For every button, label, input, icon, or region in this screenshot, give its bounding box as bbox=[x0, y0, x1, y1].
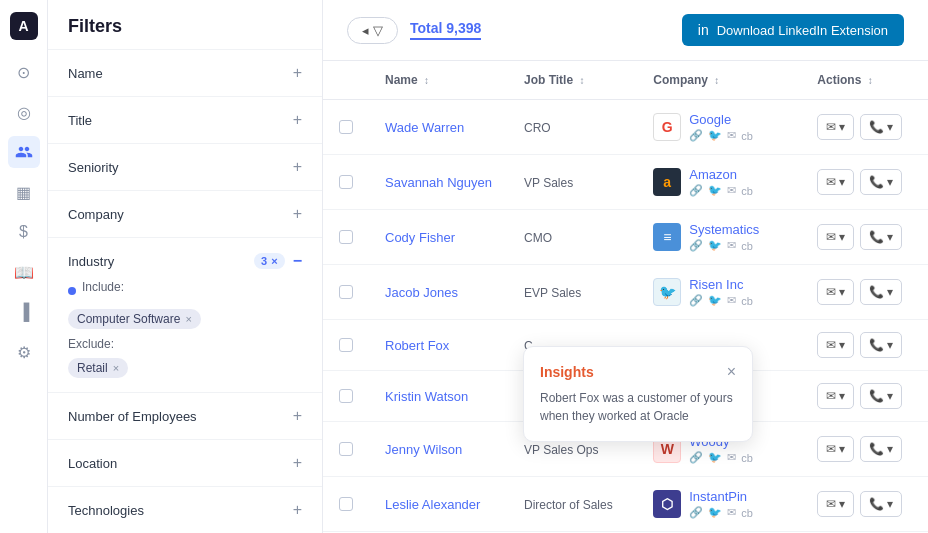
email-action-btn[interactable]: ✉ ▾ bbox=[817, 491, 854, 517]
filter-employees[interactable]: Number of Employees + bbox=[48, 393, 322, 440]
phone-action-btn[interactable]: 📞 ▾ bbox=[860, 383, 902, 409]
cb-icon[interactable]: cb bbox=[741, 295, 753, 307]
company-name[interactable]: Risen Inc bbox=[689, 277, 753, 292]
company-name[interactable]: Amazon bbox=[689, 167, 753, 182]
person-name[interactable]: Savannah Nguyen bbox=[385, 175, 492, 190]
person-name[interactable]: Leslie Alexander bbox=[385, 497, 480, 512]
person-name[interactable]: Jacob Jones bbox=[385, 285, 458, 300]
mail-icon[interactable]: ✉ bbox=[727, 239, 736, 252]
row-checkbox[interactable] bbox=[339, 120, 353, 134]
col-header-title[interactable]: Job Title ↕ bbox=[508, 61, 637, 100]
person-name[interactable]: Jenny Wilson bbox=[385, 442, 462, 457]
filter-seniority-plus[interactable]: + bbox=[293, 158, 302, 176]
phone-action-btn[interactable]: 📞 ▾ bbox=[860, 169, 902, 195]
industry-badge-close[interactable]: × bbox=[271, 255, 277, 267]
email-action-btn[interactable]: ✉ ▾ bbox=[817, 169, 854, 195]
row-name-cell: Cody Fisher bbox=[369, 210, 508, 265]
row-checkbox[interactable] bbox=[339, 338, 353, 352]
row-checkbox[interactable] bbox=[339, 175, 353, 189]
mail-icon[interactable]: ✉ bbox=[727, 294, 736, 307]
filter-title[interactable]: Title + bbox=[48, 97, 322, 144]
email-action-btn[interactable]: ✉ ▾ bbox=[817, 114, 854, 140]
nav-icon-1[interactable]: ⊙ bbox=[8, 56, 40, 88]
filter-location[interactable]: Location + bbox=[48, 440, 322, 487]
link-icon[interactable]: 🔗 bbox=[689, 239, 703, 252]
phone-action-btn[interactable]: 📞 ▾ bbox=[860, 224, 902, 250]
table-row: Leslie Alexander Director of Sales ⬡ Ins… bbox=[323, 477, 928, 532]
row-name-cell: Wade Warren bbox=[369, 100, 508, 155]
filter-technologies[interactable]: Technologies + bbox=[48, 487, 322, 533]
col-header-actions[interactable]: Actions ↕ bbox=[801, 61, 928, 100]
row-checkbox[interactable] bbox=[339, 497, 353, 511]
filter-name[interactable]: Name + bbox=[48, 50, 322, 97]
person-name[interactable]: Robert Fox bbox=[385, 338, 449, 353]
tag-retail[interactable]: Retail × bbox=[68, 358, 128, 378]
link-icon[interactable]: 🔗 bbox=[689, 184, 703, 197]
cb-icon[interactable]: cb bbox=[741, 130, 753, 142]
industry-badge[interactable]: 3 × bbox=[254, 253, 285, 269]
nav-icon-chart[interactable]: ▐ bbox=[8, 296, 40, 328]
cb-icon[interactable]: cb bbox=[741, 452, 753, 464]
filter-location-plus[interactable]: + bbox=[293, 454, 302, 472]
mail-icon[interactable]: ✉ bbox=[727, 184, 736, 197]
email-action-btn[interactable]: ✉ ▾ bbox=[817, 332, 854, 358]
cb-icon[interactable]: cb bbox=[741, 240, 753, 252]
filter-name-plus[interactable]: + bbox=[293, 64, 302, 82]
download-linkedin-btn[interactable]: in Download LinkedIn Extension bbox=[682, 14, 904, 46]
insights-close-btn[interactable]: × bbox=[727, 363, 736, 381]
mail-icon[interactable]: ✉ bbox=[727, 451, 736, 464]
col-header-name[interactable]: Name ↕ bbox=[369, 61, 508, 100]
cb-icon[interactable]: cb bbox=[741, 185, 753, 197]
phone-action-btn[interactable]: 📞 ▾ bbox=[860, 332, 902, 358]
twitter-icon[interactable]: 🐦 bbox=[708, 506, 722, 519]
row-checkbox[interactable] bbox=[339, 442, 353, 456]
phone-action-btn[interactable]: 📞 ▾ bbox=[860, 436, 902, 462]
email-action-btn[interactable]: ✉ ▾ bbox=[817, 436, 854, 462]
email-action-btn[interactable]: ✉ ▾ bbox=[817, 224, 854, 250]
filter-seniority[interactable]: Seniority + bbox=[48, 144, 322, 191]
company-name[interactable]: Google bbox=[689, 112, 753, 127]
mail-icon[interactable]: ✉ bbox=[727, 506, 736, 519]
person-name[interactable]: Wade Warren bbox=[385, 120, 464, 135]
link-icon[interactable]: 🔗 bbox=[689, 506, 703, 519]
mail-icon[interactable]: ✉ bbox=[727, 129, 736, 142]
link-icon[interactable]: 🔗 bbox=[689, 129, 703, 142]
row-checkbox[interactable] bbox=[339, 230, 353, 244]
email-action-btn[interactable]: ✉ ▾ bbox=[817, 383, 854, 409]
nav-icon-book[interactable]: 📖 bbox=[8, 256, 40, 288]
nav-icon-dollar[interactable]: $ bbox=[8, 216, 40, 248]
nav-icon-2[interactable]: ◎ bbox=[8, 96, 40, 128]
tag-computer-software[interactable]: Computer Software × bbox=[68, 309, 201, 329]
filter-company[interactable]: Company + bbox=[48, 191, 322, 238]
filter-title-plus[interactable]: + bbox=[293, 111, 302, 129]
filter-technologies-plus[interactable]: + bbox=[293, 501, 302, 519]
col-header-company[interactable]: Company ↕ bbox=[637, 61, 801, 100]
company-name[interactable]: Systematics bbox=[689, 222, 759, 237]
row-checkbox[interactable] bbox=[339, 285, 353, 299]
phone-action-btn[interactable]: 📞 ▾ bbox=[860, 279, 902, 305]
filter-company-plus[interactable]: + bbox=[293, 205, 302, 223]
twitter-icon[interactable]: 🐦 bbox=[708, 294, 722, 307]
filter-employees-plus[interactable]: + bbox=[293, 407, 302, 425]
link-icon[interactable]: 🔗 bbox=[689, 451, 703, 464]
tag-close-computer-software[interactable]: × bbox=[185, 313, 191, 325]
phone-action-btn[interactable]: 📞 ▾ bbox=[860, 491, 902, 517]
nav-icon-people[interactable] bbox=[8, 136, 40, 168]
cb-icon[interactable]: cb bbox=[741, 507, 753, 519]
twitter-icon[interactable]: 🐦 bbox=[708, 184, 722, 197]
phone-action-btn[interactable]: 📞 ▾ bbox=[860, 114, 902, 140]
industry-collapse-btn[interactable]: − bbox=[293, 252, 302, 270]
email-action-btn[interactable]: ✉ ▾ bbox=[817, 279, 854, 305]
twitter-icon[interactable]: 🐦 bbox=[708, 129, 722, 142]
person-name[interactable]: Cody Fisher bbox=[385, 230, 455, 245]
link-icon[interactable]: 🔗 bbox=[689, 294, 703, 307]
tag-close-retail[interactable]: × bbox=[113, 362, 119, 374]
company-name[interactable]: InstantPin bbox=[689, 489, 753, 504]
person-name[interactable]: Kristin Watson bbox=[385, 389, 468, 404]
twitter-icon[interactable]: 🐦 bbox=[708, 239, 722, 252]
row-checkbox[interactable] bbox=[339, 389, 353, 403]
nav-icon-table[interactable]: ▦ bbox=[8, 176, 40, 208]
filter-toggle-btn[interactable]: ◂ ▽ bbox=[347, 17, 398, 44]
twitter-icon[interactable]: 🐦 bbox=[708, 451, 722, 464]
nav-icon-settings[interactable]: ⚙ bbox=[8, 336, 40, 368]
